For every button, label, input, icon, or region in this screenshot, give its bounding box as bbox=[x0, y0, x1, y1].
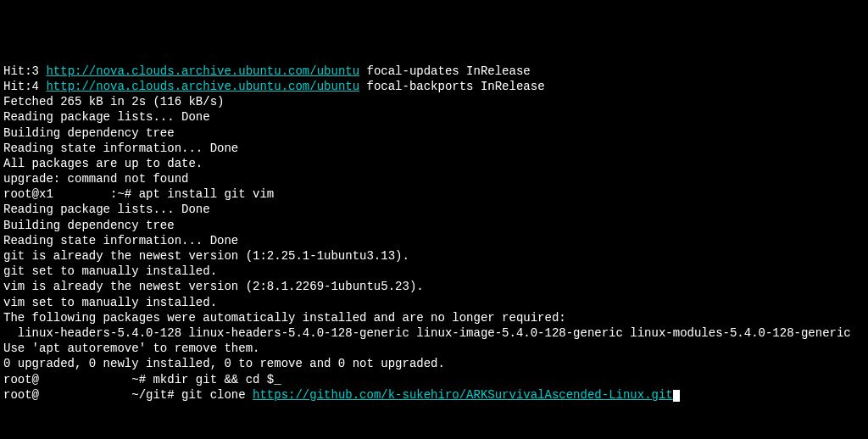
output-line: upgrade: command not found bbox=[3, 171, 865, 186]
output-line: Building dependency tree bbox=[3, 218, 865, 233]
redacted-hostname bbox=[39, 372, 131, 387]
output-line: Hit:3 http://nova.clouds.archive.ubuntu.… bbox=[3, 64, 865, 79]
output-line: All packages are up to date. bbox=[3, 156, 865, 171]
repo-url-link[interactable]: http://nova.clouds.archive.ubuntu.com/ub… bbox=[46, 80, 359, 93]
prompt-line: root@ ~# mkdir git && cd $_ bbox=[3, 372, 865, 387]
text: focal-backports InRelease bbox=[359, 80, 544, 93]
output-line: 0 upgraded, 0 newly installed, 0 to remo… bbox=[3, 356, 865, 371]
output-line: linux-headers-5.4.0-128 linux-headers-5.… bbox=[3, 325, 865, 341]
redacted-hostname bbox=[39, 387, 131, 403]
command-text: :~# apt install git vim bbox=[110, 187, 274, 201]
prompt-user-host: root@ bbox=[3, 373, 39, 386]
output-line: Reading state information... Done bbox=[3, 233, 865, 248]
git-clone-url-link[interactable]: https://github.com/k-sukehiro/ARKSurviva… bbox=[253, 388, 673, 402]
redacted-hostname bbox=[53, 186, 110, 202]
prompt-user-host: root@ bbox=[3, 388, 39, 402]
output-line: Use 'apt autoremove' to remove them. bbox=[3, 341, 865, 356]
output-line: Reading state information... Done bbox=[3, 141, 865, 156]
text: Hit:4 bbox=[3, 80, 46, 93]
terminal-output[interactable]: Hit:3 http://nova.clouds.archive.ubuntu.… bbox=[3, 64, 865, 403]
repo-url-link[interactable]: http://nova.clouds.archive.ubuntu.com/ub… bbox=[46, 64, 359, 78]
output-line: Reading package lists... Done bbox=[3, 202, 865, 217]
output-line: git is already the newest version (1:2.2… bbox=[3, 248, 865, 264]
output-line: vim is already the newest version (2:8.1… bbox=[3, 279, 865, 294]
output-line: Reading package lists... Done bbox=[3, 109, 865, 125]
prompt-line: root@ ~/git# git clone https://github.co… bbox=[3, 387, 865, 403]
prompt-line: root@x1 :~# apt install git vim bbox=[3, 186, 865, 202]
output-line: The following packages were automaticall… bbox=[3, 310, 865, 325]
output-line: git set to manually installed. bbox=[3, 264, 865, 279]
prompt-user-host: root@x1 bbox=[3, 187, 53, 201]
output-line: Fetched 265 kB in 2s (116 kB/s) bbox=[3, 94, 865, 109]
text: focal-updates InRelease bbox=[359, 64, 531, 78]
output-line: vim set to manually installed. bbox=[3, 295, 865, 310]
text: Hit:3 bbox=[3, 64, 46, 78]
output-line: Hit:4 http://nova.clouds.archive.ubuntu.… bbox=[3, 79, 865, 94]
command-text: ~/git# git clone bbox=[131, 388, 253, 402]
terminal-cursor bbox=[673, 390, 680, 402]
output-line: Building dependency tree bbox=[3, 125, 865, 141]
command-text: ~# mkdir git && cd $_ bbox=[131, 373, 281, 386]
